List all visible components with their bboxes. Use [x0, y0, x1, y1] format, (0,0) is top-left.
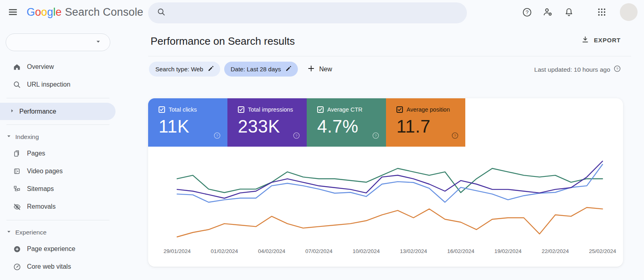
help-icon[interactable]: ?: [213, 132, 221, 141]
avatar[interactable]: [620, 3, 638, 21]
sidebar-item-pages[interactable]: Pages: [0, 145, 116, 162]
help-icon[interactable]: ?: [451, 132, 459, 141]
page-title: Performance on Search results: [151, 35, 295, 48]
download-icon: [581, 35, 589, 45]
svg-text:?: ?: [454, 133, 456, 138]
sidebar-item-label: Performance: [19, 108, 56, 115]
section-label: Experience: [15, 229, 47, 236]
metric-tiles: Total clicks 11K ? Total impressions 233…: [148, 98, 465, 147]
svg-text:?: ?: [375, 133, 377, 138]
divider: [148, 56, 631, 56]
x-axis-tick-label: 10/02/2024: [353, 248, 380, 254]
search-icon: [12, 81, 22, 89]
svg-text:?: ?: [216, 133, 218, 138]
chart-line-position: [177, 207, 603, 237]
sitemaps-icon: [12, 185, 22, 193]
metric-tile-total-clicks[interactable]: Total clicks 11K ?: [148, 98, 227, 147]
filter-chip-search-type[interactable]: Search type: Web: [149, 62, 220, 77]
svg-text:?: ?: [616, 66, 618, 71]
property-selector[interactable]: [6, 33, 110, 51]
sidebar-item-performance[interactable]: Performance: [0, 103, 116, 120]
x-axis-tick-label: 13/02/2024: [400, 248, 427, 254]
sidebar-item-removals[interactable]: Removals: [0, 198, 116, 216]
sidebar-item-sitemaps[interactable]: Sitemaps: [0, 180, 116, 198]
new-filter-button[interactable]: New: [307, 64, 332, 74]
app-logo[interactable]: Google Search Console: [27, 6, 143, 19]
video-pages-icon: [12, 167, 22, 175]
product-name: Search Console: [65, 6, 143, 19]
chart-line-impressions: [177, 161, 603, 198]
export-button[interactable]: EXPORT: [581, 35, 621, 45]
plus-icon: [307, 64, 315, 74]
search-icon: [157, 8, 166, 18]
divider: [6, 124, 109, 125]
page-experience-icon: [12, 245, 22, 253]
chip-label: Date: Last 28 days: [231, 66, 281, 73]
topbar-actions: ?: [522, 0, 638, 24]
sidebar-item-label: Page experience: [27, 245, 75, 253]
x-axis-tick-label: 16/02/2024: [447, 248, 475, 254]
help-icon[interactable]: ?: [372, 132, 380, 141]
checkbox-checked-icon[interactable]: [159, 106, 165, 113]
search-input[interactable]: [148, 2, 467, 23]
x-axis-tick-label: 07/02/2024: [305, 248, 333, 254]
metric-tile-average-position[interactable]: Average position 11.7 ?: [386, 98, 465, 147]
sidebar-section-experience[interactable]: Experience: [0, 225, 116, 240]
metric-label: Average position: [407, 106, 450, 113]
sidebar-item-url-inspection[interactable]: URL inspection: [0, 76, 116, 93]
chip-label: Search type: Web: [155, 66, 203, 73]
top-app-bar: Google Search Console ?: [0, 0, 644, 24]
sidebar-item-label: Sitemaps: [27, 185, 54, 193]
sidebar-item-page-experience[interactable]: Page experience: [0, 240, 116, 258]
sidebar-item-core-web-vitals[interactable]: Core web vitals: [0, 258, 116, 276]
help-icon[interactable]: ?: [293, 132, 300, 141]
checkbox-checked-icon[interactable]: [317, 106, 324, 113]
user-settings-icon[interactable]: [543, 7, 553, 17]
metric-tile-total-impressions[interactable]: Total impressions 233K ?: [227, 98, 307, 147]
new-label: New: [319, 66, 332, 73]
core-web-vitals-icon: [12, 263, 22, 271]
x-axis-tick-label: 29/01/2024: [163, 248, 191, 254]
sidebar-item-label: Pages: [27, 150, 45, 157]
sidebar-item-label: URL inspection: [27, 81, 70, 88]
notifications-icon[interactable]: [564, 7, 574, 17]
chevron-right-icon: [9, 108, 15, 116]
metric-label: Total impressions: [248, 106, 293, 113]
sidebar-item-label: Overview: [27, 63, 54, 71]
filter-chip-date[interactable]: Date: Last 28 days: [224, 62, 298, 77]
sidebar-section-indexing[interactable]: Indexing: [0, 129, 116, 145]
metric-tile-average-ctr[interactable]: Average CTR 4.7% ?: [307, 98, 386, 147]
chart-line-ctr: [177, 168, 603, 193]
removals-icon: [12, 203, 22, 211]
x-axis-tick-label: 19/02/2024: [494, 248, 522, 254]
x-axis-tick-label: 04/02/2024: [258, 248, 285, 254]
arrow-drop-down-icon: [6, 228, 12, 236]
logo-google: Google: [27, 6, 62, 19]
sidebar-item-overview[interactable]: Overview: [0, 58, 116, 76]
menu-icon[interactable]: [3, 2, 23, 22]
metric-label: Average CTR: [327, 106, 363, 113]
edit-pencil-icon[interactable]: [207, 65, 215, 73]
help-icon[interactable]: ?: [522, 7, 532, 17]
performance-line-chart[interactable]: 29/01/202401/02/202404/02/202407/02/2024…: [148, 147, 623, 267]
export-label: EXPORT: [594, 37, 621, 44]
sidebar-item-video-pages[interactable]: Video pages: [0, 162, 116, 180]
checkbox-checked-icon[interactable]: [238, 106, 244, 113]
chart-line-clicks: [177, 164, 603, 202]
sidebar-item-label: Removals: [27, 203, 56, 210]
sidebar: Overview URL inspection Performance Inde…: [0, 24, 116, 280]
checkbox-checked-icon[interactable]: [396, 106, 403, 113]
performance-card: Total clicks 11K ? Total impressions 233…: [148, 98, 623, 267]
x-axis-tick-label: 22/02/2024: [542, 248, 569, 254]
metric-label: Total clicks: [169, 106, 197, 113]
svg-text:?: ?: [525, 9, 528, 15]
apps-grid-icon[interactable]: [597, 7, 607, 17]
section-label: Indexing: [15, 133, 39, 141]
home-icon: [12, 62, 22, 71]
svg-text:?: ?: [295, 133, 297, 138]
pages-icon: [12, 149, 22, 158]
divider: [6, 220, 109, 220]
edit-pencil-icon[interactable]: [285, 65, 292, 73]
help-icon[interactable]: ?: [613, 65, 621, 74]
arrow-drop-down-icon: [6, 133, 12, 141]
